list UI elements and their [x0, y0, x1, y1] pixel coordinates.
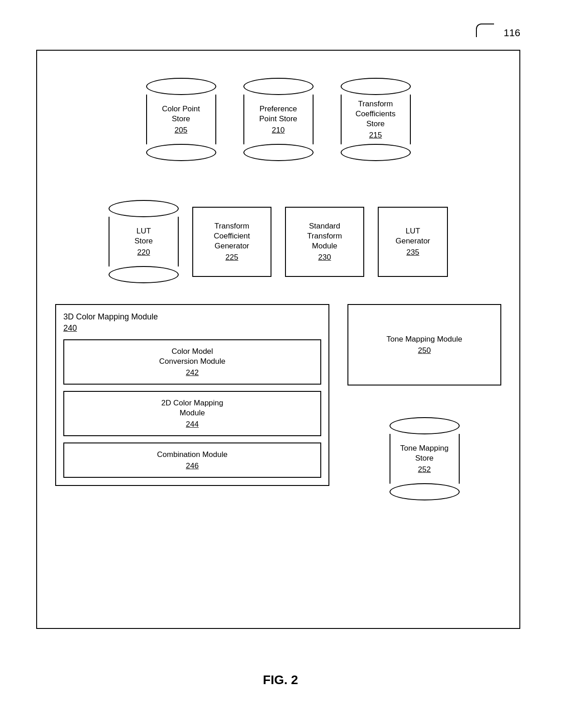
box-number: 225 — [225, 253, 238, 262]
cylinder-label: Tone MappingStore — [400, 443, 449, 463]
cylinder-top-cap — [243, 78, 314, 95]
cylinder-body: TransformCoefficientsStore 215 — [341, 95, 411, 144]
cylinder-label: TransformCoefficientsStore — [356, 99, 396, 129]
cylinder-top-cap — [146, 78, 216, 95]
2d-color-mapping-box: 2D Color MappingModule 244 — [63, 391, 321, 436]
ref-number: 116 — [504, 27, 520, 39]
right-column: Tone Mapping Module 250 Tone MappingStor… — [347, 304, 501, 500]
cylinder-number: 220 — [137, 248, 150, 257]
box-label: StandardTransformModule — [307, 221, 342, 251]
cylinder-top-cap — [109, 200, 179, 217]
combination-module-box: Combination Module 246 — [63, 443, 321, 478]
cylinder-bottom-cap — [390, 483, 460, 500]
inner-label: Combination Module — [70, 450, 315, 460]
cylinder-label: PreferencePoint Store — [259, 104, 297, 124]
left-column: 3D Color Mapping Module 240 Color ModelC… — [55, 304, 329, 500]
inner-number: 242 — [70, 368, 315, 377]
box-number: 235 — [406, 248, 419, 257]
page: 116 Color PointStore 205 PreferencePoint… — [0, 0, 561, 728]
inner-label: 2D Color MappingModule — [70, 398, 315, 418]
cylinder-top-cap — [390, 417, 460, 434]
cylinder-top-cap — [341, 78, 411, 95]
cylinder-body: PreferencePoint Store 210 — [243, 95, 314, 144]
main-diagram-box: Color PointStore 205 PreferencePoint Sto… — [36, 50, 520, 629]
cylinder-bottom-cap — [243, 144, 314, 161]
cylinder-number: 205 — [175, 126, 187, 135]
row3: 3D Color Mapping Module 240 Color ModelC… — [55, 304, 501, 500]
inner-number: 246 — [70, 462, 315, 471]
tone-mapping-store-cylinder: Tone MappingStore 252 — [390, 417, 460, 500]
row2: LUTStore 220 TransformCoefficientGenerat… — [37, 200, 519, 283]
cylinder-bottom-cap — [146, 144, 216, 161]
tone-mapping-store-wrap: Tone MappingStore 252 — [347, 417, 501, 500]
preference-point-store-cylinder: PreferencePoint Store 210 — [243, 78, 314, 161]
cylinder-bottom-cap — [341, 144, 411, 161]
transform-coefficients-store-cylinder: TransformCoefficientsStore 215 — [341, 78, 411, 161]
lut-store-cylinder: LUTStore 220 — [109, 200, 179, 283]
cylinder-body: Tone MappingStore 252 — [390, 434, 460, 484]
ref-curve — [476, 24, 494, 37]
cylinder-number: 215 — [369, 131, 382, 140]
cylinder-body: LUTStore 220 — [109, 217, 179, 266]
cylinder-number: 210 — [272, 126, 285, 135]
box-number: 230 — [318, 253, 331, 262]
figure-label: FIG. 2 — [263, 673, 298, 687]
tone-mapping-module-box: Tone Mapping Module 250 — [347, 304, 501, 385]
row1-cylinders: Color PointStore 205 PreferencePoint Sto… — [37, 78, 519, 161]
3d-color-mapping-outer-box: 3D Color Mapping Module 240 Color ModelC… — [55, 304, 329, 486]
box-label: LUTGenerator — [395, 226, 430, 246]
color-model-conversion-box: Color ModelConversion Module 242 — [63, 339, 321, 385]
transform-coefficient-generator-box: TransformCoefficientGenerator 225 — [192, 207, 271, 277]
standard-transform-module-box: StandardTransformModule 230 — [285, 207, 364, 277]
cylinder-body: Color PointStore 205 — [146, 95, 216, 144]
inner-label: Color ModelConversion Module — [70, 347, 315, 366]
cylinder-bottom-cap — [109, 266, 179, 283]
cylinder-number: 252 — [418, 465, 431, 474]
color-point-store-cylinder: Color PointStore 205 — [146, 78, 216, 161]
box-label: Tone Mapping Module — [386, 334, 462, 344]
outer-title: 3D Color Mapping Module — [63, 312, 321, 322]
cylinder-label: LUTStore — [134, 226, 153, 246]
cylinder-label: Color PointStore — [162, 104, 200, 124]
lut-generator-box: LUTGenerator 235 — [378, 207, 448, 277]
outer-number: 240 — [63, 324, 321, 333]
box-number: 250 — [418, 346, 431, 355]
inner-number: 244 — [70, 420, 315, 429]
box-label: TransformCoefficientGenerator — [214, 221, 250, 251]
